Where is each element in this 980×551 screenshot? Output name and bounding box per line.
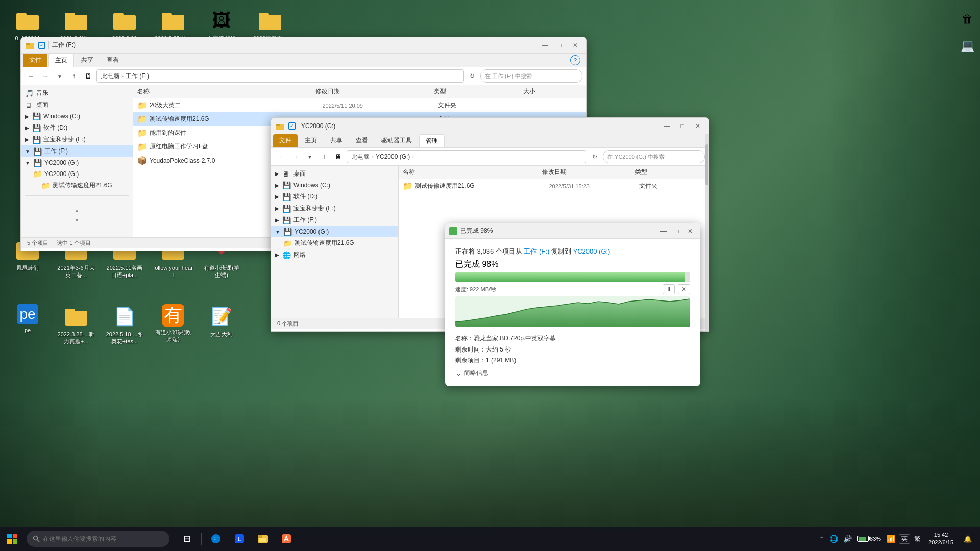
- explorer2-forward-btn[interactable]: →: [289, 151, 302, 163]
- recycle-bin-icon[interactable]: 🗑: [958, 10, 976, 29]
- network-icon[interactable]: 🌐: [828, 535, 840, 543]
- nav-scroll-up[interactable]: ▲: [21, 206, 133, 215]
- progress-controls: — □ ✕: [657, 226, 696, 236]
- explorer1-nav-e[interactable]: ▶ 💾 宝宝和斐斐 (E:): [21, 134, 133, 145]
- explorer1-nav-f[interactable]: ▼ 💾 工作 (F:): [21, 145, 133, 157]
- explorer-taskbar-icon[interactable]: [252, 528, 274, 550]
- explorer2-tab-file[interactable]: 文件: [273, 134, 298, 147]
- ime-icon[interactable]: 繁: [912, 535, 922, 543]
- progress-from-link[interactable]: 工作 (F:): [524, 247, 549, 255]
- progress-to-link[interactable]: YC2000 (G:): [573, 247, 610, 255]
- explorer1-help-btn[interactable]: ?: [570, 55, 580, 65]
- explorer1-back-btn[interactable]: ←: [25, 70, 37, 82]
- explorer2-nav-g[interactable]: ▼ 💾 YC2000 (G:): [271, 226, 398, 237]
- explorer2-refresh-btn[interactable]: ↻: [589, 151, 601, 163]
- explorer2-tab-view[interactable]: 查看: [350, 134, 374, 147]
- desktop-icon-14[interactable]: 📄 2022.5.18-...冬奥花+tes...: [102, 301, 147, 348]
- explorer1-address-path[interactable]: 此电脑 › 工作 (F:): [96, 69, 464, 83]
- taskbar-search[interactable]: [27, 531, 169, 547]
- explorer2-tab-home[interactable]: 主页: [299, 134, 323, 147]
- explorer2-nav-test[interactable]: 📁 测试传输速度用21.6G: [279, 237, 398, 249]
- taskbar-center-icons: ⊟ L: [176, 528, 298, 550]
- explorer2-tab-manage[interactable]: 管理: [419, 134, 445, 147]
- start-button[interactable]: [0, 527, 24, 551]
- explorer2-up-btn[interactable]: ↑: [318, 151, 330, 163]
- explorer1-nav-desktop[interactable]: 🖥 桌面: [21, 99, 133, 111]
- battery-indicator[interactable]: 83%: [855, 536, 883, 542]
- systray-expand-btn[interactable]: ⌃: [817, 536, 826, 542]
- folder-20-icon: 📁: [137, 101, 148, 110]
- task-view-btn[interactable]: ⊟: [176, 528, 198, 550]
- edge-taskbar-icon[interactable]: [205, 528, 227, 550]
- explorer1-search[interactable]: 在 工作 (F:) 中搜索: [480, 69, 582, 83]
- explorer2-nav-d[interactable]: ▶ 💾 软件 (D:): [271, 191, 398, 203]
- explorer1-nav-c[interactable]: ▶ 💾 Windows (C:): [21, 111, 133, 122]
- progress-summary-toggle[interactable]: ⌄ 简略信息: [455, 368, 690, 378]
- explorer2-search[interactable]: 在 YC2000 (G:) 中搜索: [603, 150, 705, 163]
- nav-scroll-down[interactable]: ▼: [21, 215, 133, 225]
- computer-icon[interactable]: 💻: [958, 37, 976, 55]
- desktop-icon-15[interactable]: 有 有道小班课(教师端): [151, 301, 195, 346]
- taskbar-search-input[interactable]: [43, 535, 155, 542]
- explorer2-nav-desktop[interactable]: ▶ 🖥 桌面: [271, 168, 398, 180]
- explorer1-dropdown-btn[interactable]: ▼: [54, 70, 66, 82]
- language-indicator[interactable]: 英: [899, 534, 910, 544]
- desktop-icon-12[interactable]: pe pe: [5, 301, 50, 337]
- explorer1-title-text: 工作 (F:): [52, 41, 537, 49]
- explorer1-close[interactable]: ✕: [568, 39, 582, 52]
- desktop-icon-13[interactable]: 2022.3.28-...听力真题+...: [54, 301, 99, 348]
- explorer1-refresh-btn[interactable]: ↻: [466, 70, 478, 82]
- explorer1-up-btn[interactable]: ↑: [68, 70, 80, 82]
- explorer1-tab-home[interactable]: 主页: [48, 54, 74, 67]
- explorer2-back-btn[interactable]: ←: [275, 151, 287, 163]
- art-taskbar-icon[interactable]: [275, 528, 298, 550]
- drive-e-icon: 💾: [32, 136, 41, 144]
- progress-cancel-btn[interactable]: ✕: [678, 284, 690, 294]
- desktop-icon-16[interactable]: 📝 大吉大利: [199, 301, 244, 341]
- progress-titlebar: 已完成 98% — □ ✕: [445, 223, 700, 239]
- explorer2-address-path[interactable]: 此电脑 › YC2000 (G:) ›: [347, 150, 586, 163]
- volume-icon[interactable]: 🔊: [842, 535, 853, 543]
- desktop-icon-11-label: 有道小班课(学生端): [201, 264, 242, 279]
- explorer1-titlebar[interactable]: ✓ 工作 (F:) — □ ✕: [21, 37, 586, 54]
- explorer1-nav-music[interactable]: 🎵 音乐: [21, 87, 133, 99]
- explorer1-tab-file[interactable]: 文件: [23, 54, 47, 67]
- explorer2-nav-e[interactable]: ▶ 💾 宝宝和斐斐 (E:): [271, 203, 398, 214]
- explorer1-header: 名称 修改日期 类型 大小: [133, 85, 586, 98]
- explorer1-minimize[interactable]: —: [537, 39, 552, 52]
- explorer1-tab-share[interactable]: 共享: [75, 54, 100, 67]
- explorer2-minimize[interactable]: —: [660, 120, 674, 132]
- explorer2-nav-network[interactable]: ▶ 🌐 网络: [271, 249, 398, 261]
- explorer2-titlebar[interactable]: ✓ YC2000 (G:) — □ ✕: [271, 118, 709, 134]
- explorer1-nav-test-folder[interactable]: 📁 测试传输速度用21.6G: [37, 180, 133, 191]
- explorer2-tab-drive[interactable]: 驱动器工具: [375, 134, 418, 147]
- explorer2-close[interactable]: ✕: [691, 120, 705, 132]
- explorer1-nav-d[interactable]: ▶ 💾 软件 (D:): [21, 122, 133, 134]
- file-row-test2[interactable]: 📁 测试传输速度用21.6G 2022/5/31 15:23 文件夹: [399, 179, 709, 193]
- explorer1-tab-view[interactable]: 查看: [101, 54, 125, 67]
- explorer1-ribbon: 文件 主页 共享 查看 ?: [21, 54, 586, 67]
- progress-title-text: 已完成 98%: [460, 227, 657, 235]
- explorer1-title-icon: [25, 40, 35, 51]
- file-row-20[interactable]: 📁 20级大英二 2022/5/11 20:09 文件夹: [133, 98, 586, 112]
- explorer2-nav-f[interactable]: ▶ 💾 工作 (F:): [271, 214, 398, 226]
- explorer2-nav-c[interactable]: ▶ 💾 Windows (C:): [271, 180, 398, 191]
- explorer1-forward-btn[interactable]: →: [39, 70, 52, 82]
- progress-maximize[interactable]: □: [671, 226, 683, 236]
- explorer1-nav-yc2000[interactable]: 📁 YC2000 (G:): [29, 168, 133, 180]
- progress-minimize[interactable]: —: [657, 226, 670, 236]
- explorer2-maximize[interactable]: □: [675, 120, 690, 132]
- folder-course-icon: 📁: [137, 128, 148, 138]
- progress-pause-btn[interactable]: ⏸: [663, 284, 675, 294]
- expand-arrow-c: ▶: [25, 114, 29, 119]
- explorer2-tab-share[interactable]: 共享: [324, 134, 349, 147]
- explorer1-nav-g[interactable]: ▼ 💾 YC2000 (G:): [21, 157, 133, 168]
- desktop-icon-14-label: 2022.5.18-...冬奥花+tes...: [104, 331, 145, 345]
- progress-close[interactable]: ✕: [684, 226, 696, 236]
- lark-taskbar-icon[interactable]: L: [228, 528, 251, 550]
- explorer1-maximize[interactable]: □: [553, 39, 567, 52]
- notification-btn[interactable]: 🔔: [960, 527, 976, 551]
- wifi-icon[interactable]: 📶: [885, 535, 897, 543]
- taskbar-clock[interactable]: 15:42 2022/6/15: [924, 531, 958, 547]
- explorer2-dropdown-btn[interactable]: ▼: [304, 151, 316, 163]
